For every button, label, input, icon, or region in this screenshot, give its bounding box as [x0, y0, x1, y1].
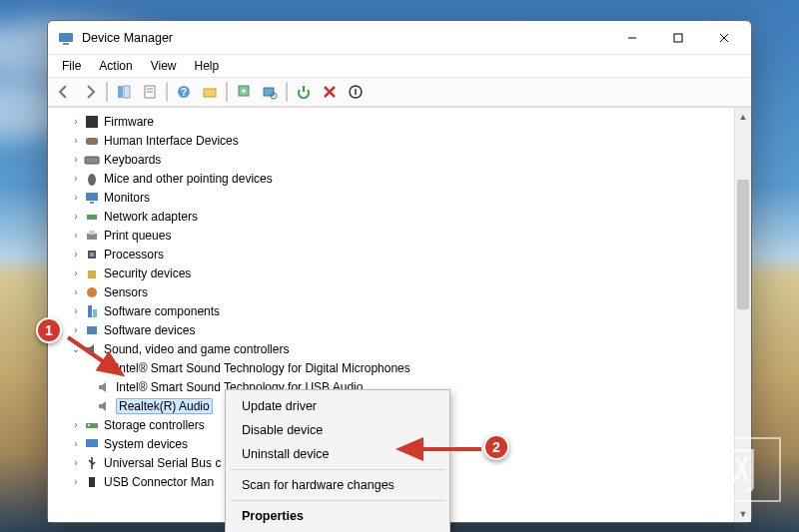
cpu-icon [84, 247, 100, 263]
svg-rect-38 [86, 439, 98, 447]
scroll-down-icon[interactable]: ▼ [735, 505, 751, 522]
menubar: File Action View Help [48, 55, 751, 77]
keyboard-icon [84, 152, 100, 168]
svg-rect-28 [89, 231, 95, 235]
enable-device-button[interactable] [292, 80, 316, 104]
usb-connector-icon [84, 474, 100, 490]
svg-rect-33 [88, 305, 92, 317]
svg-text:?: ? [181, 87, 187, 98]
svg-point-23 [88, 174, 96, 186]
scan-hardware-button[interactable] [258, 80, 282, 104]
update-driver-button[interactable] [232, 80, 256, 104]
tree-node[interactable]: ›Software devices [50, 320, 732, 339]
tree-node[interactable]: ›Processors [50, 245, 732, 264]
svg-rect-20 [86, 116, 98, 128]
separator [166, 82, 168, 102]
separator [286, 82, 288, 102]
uninstall-device-button[interactable] [318, 80, 342, 104]
annotation-arrow-1 [60, 329, 140, 389]
titlebar[interactable]: Device Manager [48, 21, 751, 55]
svg-rect-31 [88, 270, 96, 278]
svg-rect-6 [118, 86, 123, 98]
separator [226, 82, 228, 102]
svg-rect-26 [87, 215, 97, 220]
tree-node[interactable]: ›Mice and other pointing devices [50, 169, 732, 188]
separator [106, 82, 108, 102]
vertical-scrollbar[interactable]: ▲ ▼ [734, 108, 751, 522]
tree-node[interactable]: ›Human Interface Devices [50, 131, 732, 150]
svg-rect-22 [85, 157, 99, 164]
scroll-track[interactable] [735, 125, 751, 505]
svg-point-37 [88, 424, 90, 426]
svg-rect-34 [93, 309, 97, 317]
annotation-arrow-2 [390, 437, 489, 461]
svg-rect-1 [63, 43, 69, 45]
ctx-update-driver[interactable]: Update driver [228, 394, 447, 418]
printer-icon [84, 228, 100, 244]
tree-node[interactable]: ›Firmware [50, 112, 732, 131]
maximize-button[interactable] [655, 23, 701, 53]
tree-node[interactable]: ›Security devices [50, 264, 732, 282]
toolbar: ? [48, 77, 751, 107]
svg-rect-21 [86, 138, 98, 145]
separator [230, 500, 445, 501]
svg-rect-30 [90, 253, 94, 257]
close-button[interactable] [701, 23, 747, 53]
hid-icon [84, 133, 100, 149]
menu-help[interactable]: Help [187, 57, 228, 75]
back-button[interactable] [52, 80, 76, 104]
annotation-badge-1: 1 [36, 317, 62, 343]
scroll-thumb[interactable] [737, 180, 749, 309]
tree-node-child[interactable]: Intel® Smart Sound Technology for Digita… [50, 358, 732, 377]
firmware-icon [84, 114, 100, 130]
software-component-icon [84, 303, 100, 319]
window-title: Device Manager [82, 31, 609, 45]
sensor-icon [84, 284, 100, 300]
usb-icon [84, 455, 100, 471]
tree-node[interactable]: ›Keyboards [50, 150, 732, 169]
menu-action[interactable]: Action [91, 57, 140, 75]
scroll-up-icon[interactable]: ▲ [735, 108, 751, 125]
tree-node[interactable]: ›Print queues [50, 226, 732, 245]
properties-button[interactable] [138, 80, 162, 104]
svg-rect-3 [674, 34, 682, 42]
tree-node[interactable]: ›Sensors [50, 282, 732, 301]
minimize-button[interactable] [609, 23, 655, 53]
svg-rect-39 [89, 477, 95, 487]
storage-icon [84, 417, 100, 433]
tree-node[interactable]: ›Network adapters [50, 207, 732, 226]
monitor-icon [84, 190, 100, 206]
svg-rect-36 [86, 423, 98, 428]
disable-device-button[interactable] [344, 80, 368, 104]
security-icon [84, 266, 100, 281]
ctx-properties[interactable]: Properties [228, 504, 447, 528]
network-icon [84, 209, 100, 225]
forward-button[interactable] [78, 80, 102, 104]
ctx-scan-hardware[interactable]: Scan for hardware changes [228, 473, 447, 497]
svg-rect-25 [90, 202, 94, 204]
action-button[interactable] [198, 80, 222, 104]
mouse-icon [84, 171, 100, 187]
svg-rect-24 [86, 193, 98, 201]
svg-rect-13 [204, 89, 216, 97]
help-button[interactable]: ? [172, 80, 196, 104]
svg-rect-7 [124, 86, 130, 98]
tree-node[interactable]: ›Monitors [50, 188, 732, 207]
show-hide-tree-button[interactable] [112, 80, 136, 104]
svg-rect-15 [264, 88, 274, 96]
app-icon [58, 30, 74, 46]
svg-rect-0 [59, 33, 73, 42]
tree-node[interactable]: ›Software components [50, 301, 732, 320]
system-icon [84, 436, 100, 452]
speaker-icon [96, 398, 112, 414]
separator [230, 469, 445, 470]
menu-view[interactable]: View [143, 57, 185, 75]
tree-node-sound[interactable]: ⌄Sound, video and game controllers [50, 339, 732, 358]
svg-line-40 [68, 337, 122, 374]
svg-point-32 [87, 287, 97, 297]
menu-file[interactable]: File [54, 57, 89, 75]
